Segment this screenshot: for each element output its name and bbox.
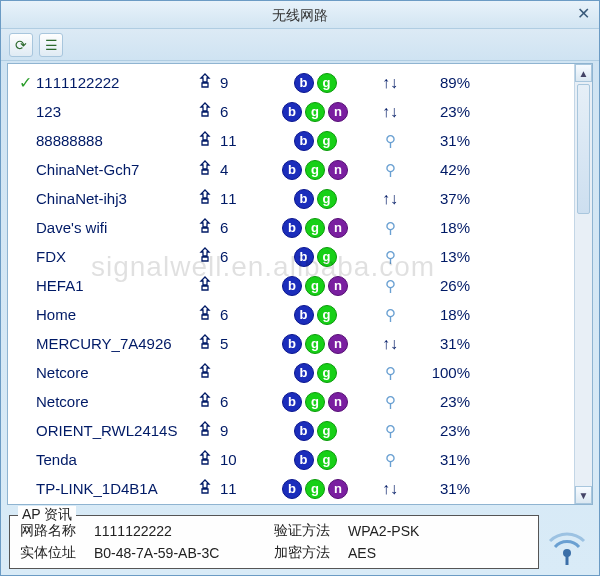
signal-percent: 89%	[410, 74, 470, 91]
network-row[interactable]: 8888888811bg⚲31%	[14, 126, 564, 155]
network-row[interactable]: Home6bg⚲18%	[14, 300, 564, 329]
network-row[interactable]: MERCURY_7A49265bgn↑↓31%	[14, 329, 564, 358]
mode-g-icon: g	[305, 392, 325, 412]
mode-b-icon: b	[294, 421, 314, 441]
mode-g-icon: g	[317, 305, 337, 325]
mode-b-icon: b	[294, 131, 314, 151]
signal-percent: 23%	[410, 103, 470, 120]
network-row[interactable]: HEFA1bgn⚲26%	[14, 271, 564, 300]
list-icon: ☰	[45, 37, 58, 53]
info-enc-value: AES	[348, 545, 528, 561]
lock-icon	[190, 102, 220, 121]
lock-icon	[190, 363, 220, 382]
channel-value: 9	[220, 74, 260, 91]
info-auth-label: 验证方法	[274, 522, 348, 540]
channel-value: 10	[220, 451, 260, 468]
signal-key-icon: ⚲	[370, 451, 410, 469]
signal-arrows-icon: ↑↓	[370, 74, 410, 92]
scrollbar[interactable]: ▲ ▼	[574, 64, 592, 504]
network-row[interactable]: ChinaNet-ihj311bg↑↓37%	[14, 184, 564, 213]
mode-b-icon: b	[282, 218, 302, 238]
mode-b-icon: b	[294, 247, 314, 267]
mode-badges: bg	[260, 363, 370, 383]
mode-badges: bgn	[260, 102, 370, 122]
ssid-label: ChinaNet-ihj3	[36, 190, 190, 207]
lock-icon	[190, 218, 220, 237]
scroll-up-button[interactable]: ▲	[575, 64, 592, 82]
refresh-button[interactable]: ⟳	[9, 33, 33, 57]
signal-percent: 26%	[410, 277, 470, 294]
network-row[interactable]: ChinaNet-Gch74bgn⚲42%	[14, 155, 564, 184]
mode-g-icon: g	[317, 450, 337, 470]
lock-icon	[190, 479, 220, 498]
mode-n-icon: n	[328, 392, 348, 412]
signal-key-icon: ⚲	[370, 306, 410, 324]
network-row[interactable]: ✓11111222229bg↑↓89%	[14, 68, 564, 97]
lock-icon	[190, 276, 220, 295]
mode-g-icon: g	[305, 479, 325, 499]
signal-key-icon: ⚲	[370, 132, 410, 150]
mode-b-icon: b	[294, 73, 314, 93]
network-list: ✓11111222229bg↑↓89%1236bgn↑↓23%888888881…	[7, 63, 593, 505]
lock-icon	[190, 305, 220, 324]
wifi-window: 无线网路 ✕ ⟳ ☰ ✓11111222229bg↑↓89%1236bgn↑↓2…	[0, 0, 600, 576]
mode-b-icon: b	[282, 276, 302, 296]
lock-icon	[190, 247, 220, 266]
mode-badges: bgn	[260, 160, 370, 180]
network-row[interactable]: Tenda10bg⚲31%	[14, 445, 564, 474]
window-title: 无线网路	[272, 7, 328, 23]
signal-percent: 31%	[410, 480, 470, 497]
mode-badges: bgn	[260, 392, 370, 412]
mode-b-icon: b	[294, 189, 314, 209]
mode-n-icon: n	[328, 276, 348, 296]
ssid-label: 1111122222	[36, 74, 190, 91]
signal-key-icon: ⚲	[370, 277, 410, 295]
info-name-label: 网路名称	[20, 522, 94, 540]
signal-key-icon: ⚲	[370, 219, 410, 237]
channel-value: 6	[220, 103, 260, 120]
mode-b-icon: b	[282, 160, 302, 180]
titlebar: 无线网路 ✕	[1, 1, 599, 29]
lock-icon	[190, 392, 220, 411]
scroll-thumb[interactable]	[577, 84, 590, 214]
signal-percent: 42%	[410, 161, 470, 178]
signal-key-icon: ⚲	[370, 364, 410, 382]
mode-b-icon: b	[294, 450, 314, 470]
info-auth-value: WPA2-PSK	[348, 523, 528, 539]
mode-g-icon: g	[305, 102, 325, 122]
ssid-label: TP-LINK_1D4B1A	[36, 480, 190, 497]
signal-percent: 37%	[410, 190, 470, 207]
signal-arrows-icon: ↑↓	[370, 103, 410, 121]
signal-percent: 23%	[410, 422, 470, 439]
signal-arrows-icon: ↑↓	[370, 190, 410, 208]
mode-badges: bgn	[260, 276, 370, 296]
network-row[interactable]: Netcore6bgn⚲23%	[14, 387, 564, 416]
network-row[interactable]: 1236bgn↑↓23%	[14, 97, 564, 126]
close-button[interactable]: ✕	[573, 5, 593, 25]
channel-value: 11	[220, 132, 260, 149]
ssid-label: Home	[36, 306, 190, 323]
ssid-label: Netcore	[36, 364, 190, 381]
ssid-label: Dave's wifi	[36, 219, 190, 236]
channel-value: 11	[220, 480, 260, 497]
mode-n-icon: n	[328, 334, 348, 354]
refresh-icon: ⟳	[15, 37, 27, 53]
mode-b-icon: b	[294, 363, 314, 383]
channel-value: 5	[220, 335, 260, 352]
ssid-label: 123	[36, 103, 190, 120]
mode-n-icon: n	[328, 102, 348, 122]
scroll-down-button[interactable]: ▼	[575, 486, 592, 504]
signal-percent: 31%	[410, 451, 470, 468]
ssid-label: MERCURY_7A4926	[36, 335, 190, 352]
ssid-label: Netcore	[36, 393, 190, 410]
network-row[interactable]: FDX6bg⚲13%	[14, 242, 564, 271]
mode-b-icon: b	[282, 334, 302, 354]
network-row[interactable]: TP-LINK_1D4B1A11bgn↑↓31%	[14, 474, 564, 503]
network-row[interactable]: Dave's wifi6bgn⚲18%	[14, 213, 564, 242]
network-row[interactable]: ORIENT_RWL2414S9bg⚲23%	[14, 416, 564, 445]
channel-value: 11	[220, 190, 260, 207]
lock-icon	[190, 189, 220, 208]
list-view-button[interactable]: ☰	[39, 33, 63, 57]
signal-key-icon: ⚲	[370, 161, 410, 179]
network-row[interactable]: Netcorebg⚲100%	[14, 358, 564, 387]
